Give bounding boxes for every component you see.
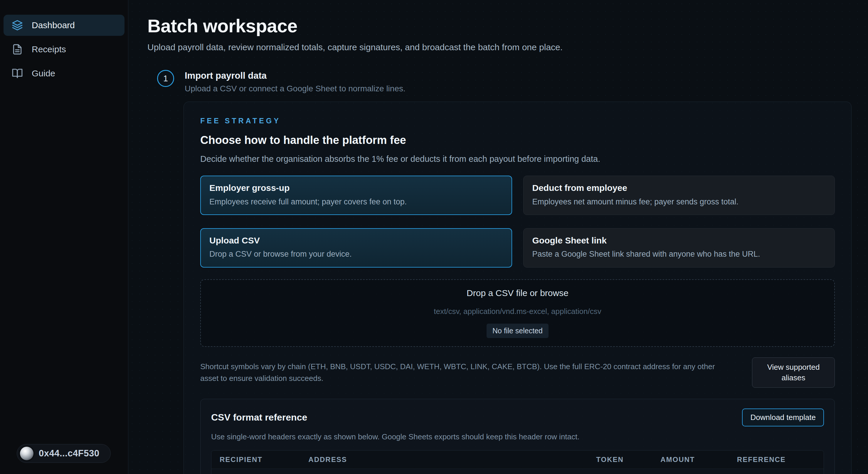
option-title: Deduct from employee	[532, 183, 826, 193]
cell-reference: Test payroll	[729, 469, 824, 474]
option-title: Upload CSV	[209, 235, 503, 246]
dropzone-mime-types: text/csv, application/vnd.ms-excel, appl…	[434, 307, 601, 316]
sidebar-item-label: Receipts	[32, 44, 66, 54]
step-text: Import payroll data Upload a CSV or conn…	[185, 70, 405, 93]
fee-strategy-eyebrow: FEE STRATEGY	[200, 117, 835, 125]
page-title: Batch workspace	[147, 15, 851, 36]
sidebar-item-label: Guide	[32, 68, 55, 78]
layers-icon	[12, 20, 23, 31]
aliases-row: Shortcut symbols vary by chain (ETH, BNB…	[200, 357, 835, 388]
column-header-recipient: RECIPIENT	[211, 450, 300, 469]
csv-reference-subtitle: Use single-word headers exactly as shown…	[211, 432, 824, 441]
option-card-deduct-from-employee[interactable]: Deduct from employee Employees net amoun…	[523, 176, 835, 215]
step-number-badge: 1	[157, 70, 174, 87]
options-grid: Employer gross-up Employees receive full…	[200, 176, 835, 267]
csv-format-table-wrap: RECIPIENT ADDRESS TOKEN AMOUNT REFERENCE…	[211, 450, 824, 474]
step-title: Import payroll data	[185, 70, 405, 81]
import-panel: FEE STRATEGY Choose how to handle the pl…	[184, 102, 851, 474]
wallet-pill[interactable]: 0x44...c4F530	[17, 444, 111, 463]
sidebar-item-receipts[interactable]: Receipts	[3, 39, 124, 60]
csv-reference-card: CSV format reference Download template U…	[200, 399, 835, 474]
aliases-note: Shortcut symbols vary by chain (ETH, BNB…	[200, 361, 726, 384]
csv-format-table: RECIPIENT ADDRESS TOKEN AMOUNT REFERENCE…	[211, 450, 824, 474]
download-template-button[interactable]: Download template	[742, 409, 824, 426]
csv-reference-header: CSV format reference Download template	[211, 409, 824, 426]
view-aliases-button[interactable]: View supported aliases	[752, 357, 835, 388]
wallet-address: 0x44...c4F530	[39, 448, 99, 459]
cell-recipient: Alice	[211, 469, 300, 474]
step-header: 1 Import payroll data Upload a CSV or co…	[157, 70, 851, 93]
main-content: Batch workspace Upload payroll data, rev…	[128, 0, 868, 474]
table-row: Alice 0x9b5c6a58a545a0b3a5a4f6680a7cba1c…	[211, 469, 824, 474]
option-description: Employees receive full amount; payer cov…	[209, 197, 503, 207]
table-header-row: RECIPIENT ADDRESS TOKEN AMOUNT REFERENCE	[211, 450, 824, 469]
file-text-icon	[12, 44, 23, 55]
option-card-google-sheet-link[interactable]: Google Sheet link Paste a Google Sheet l…	[523, 228, 835, 267]
option-description: Drop a CSV or browse from your device.	[209, 249, 503, 259]
page-subtitle: Upload payroll data, review normalized t…	[147, 42, 851, 52]
step-subtitle: Upload a CSV or connect a Google Sheet t…	[185, 84, 405, 93]
fee-strategy-description: Decide whether the organisation absorbs …	[200, 154, 835, 164]
sidebar-nav: Dashboard Receipts Guide	[3, 15, 124, 87]
csv-reference-title: CSV format reference	[211, 412, 307, 423]
sidebar-item-dashboard[interactable]: Dashboard	[3, 15, 124, 36]
sidebar: Dashboard Receipts Guide	[0, 0, 128, 474]
dropzone-title: Drop a CSV file or browse	[467, 288, 568, 298]
option-title: Google Sheet link	[532, 235, 826, 246]
column-header-address: ADDRESS	[300, 450, 588, 469]
column-header-token: TOKEN	[588, 450, 652, 469]
file-status-chip: No file selected	[487, 324, 549, 338]
column-header-reference: REFERENCE	[729, 450, 824, 469]
book-open-icon	[12, 68, 23, 79]
app-root: Dashboard Receipts Guide	[0, 0, 868, 474]
sidebar-item-label: Dashboard	[32, 20, 75, 30]
option-card-employer-gross-up[interactable]: Employer gross-up Employees receive full…	[200, 176, 512, 215]
option-card-upload-csv[interactable]: Upload CSV Drop a CSV or browse from you…	[200, 228, 512, 267]
cell-amount: 0.01	[652, 469, 729, 474]
option-description: Employees net amount minus fee; payer se…	[532, 197, 826, 207]
step-number: 1	[163, 74, 168, 84]
wallet-avatar-icon	[20, 447, 33, 460]
option-title: Employer gross-up	[209, 183, 503, 193]
option-description: Paste a Google Sheet link shared with an…	[532, 249, 826, 259]
column-header-amount: AMOUNT	[652, 450, 729, 469]
cell-token: USDT	[588, 469, 652, 474]
sidebar-item-guide[interactable]: Guide	[3, 63, 124, 84]
cell-address: 0x9b5c6a58a545a0b3a5a4f6680a7cba1cc403a5…	[300, 469, 588, 474]
fee-strategy-heading: Choose how to handle the platform fee	[200, 134, 835, 147]
csv-dropzone[interactable]: Drop a CSV file or browse text/csv, appl…	[200, 279, 835, 347]
